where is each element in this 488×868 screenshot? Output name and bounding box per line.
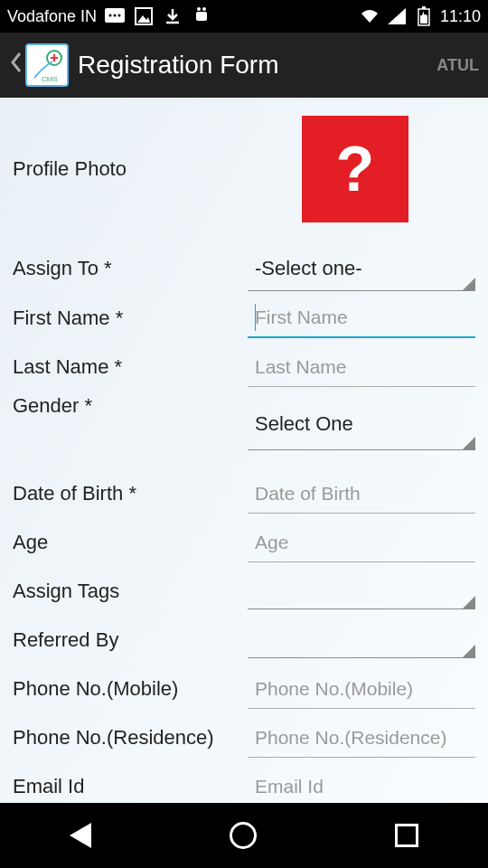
assign-to-label: Assign To * [13, 257, 248, 280]
dob-label: Date of Birth * [13, 482, 248, 505]
recent-square-icon [395, 824, 418, 847]
svg-rect-11 [422, 6, 426, 9]
android-icon [191, 5, 212, 27]
user-label[interactable]: ATUL [436, 56, 479, 75]
home-circle-icon [230, 822, 257, 849]
dropdown-triangle-icon [463, 645, 475, 657]
last-name-label: Last Name * [13, 355, 248, 379]
age-row: Age [13, 521, 475, 564]
nav-recent-button[interactable] [395, 824, 418, 847]
phone-residence-input[interactable] [248, 718, 475, 758]
svg-point-8 [202, 7, 206, 11]
phone-mobile-input[interactable] [248, 669, 475, 709]
profile-photo-placeholder[interactable]: ? [302, 116, 408, 222]
gender-value: Select One [255, 412, 353, 436]
gender-row: Gender * Select One [13, 394, 475, 450]
app-header: CMS Registration Form ATUL [0, 33, 488, 98]
assign-to-value: -Select one- [255, 257, 362, 280]
first-name-label: First Name * [13, 307, 248, 330]
email-label: Email Id [13, 775, 248, 798]
status-bar: Vodafone IN 11:10 [0, 0, 488, 33]
page-title: Registration Form [78, 51, 436, 80]
assign-tags-spinner[interactable] [248, 573, 475, 609]
nav-back-button[interactable] [70, 823, 91, 848]
clock-label: 11:10 [440, 7, 481, 26]
navigation-bar [0, 803, 488, 868]
email-row: Email Id [13, 765, 475, 808]
first-name-input[interactable] [248, 298, 475, 338]
assign-tags-row: Assign Tags [13, 570, 475, 613]
email-input[interactable] [248, 767, 475, 807]
status-left: Vodafone IN [7, 5, 359, 27]
gender-spinner[interactable]: Select One [248, 398, 475, 450]
dropdown-triangle-icon [463, 437, 475, 449]
first-name-row: First Name * [13, 297, 475, 340]
sms-icon [104, 5, 126, 27]
svg-text:CMS: CMS [42, 75, 58, 83]
question-mark-icon: ? [336, 133, 375, 205]
signal-icon [386, 5, 408, 27]
svg-rect-6 [196, 12, 207, 21]
dob-input[interactable] [248, 474, 475, 514]
wifi-icon [359, 5, 380, 27]
assign-to-spinner[interactable]: -Select one- [248, 246, 475, 291]
phone-residence-label: Phone No.(Residence) [13, 726, 248, 750]
spacer [13, 456, 475, 472]
last-name-input[interactable] [248, 347, 475, 387]
status-right: 11:10 [359, 5, 481, 27]
svg-point-3 [118, 14, 121, 17]
referred-by-spinner[interactable] [248, 622, 475, 658]
app-logo-icon: CMS [25, 43, 69, 87]
referred-by-label: Referred By [13, 628, 248, 652]
svg-marker-5 [137, 15, 150, 23]
dob-row: Date of Birth * [13, 472, 475, 515]
gender-label: Gender * [13, 394, 248, 418]
carrier-label: Vodafone IN [7, 7, 97, 26]
assign-to-row: Assign To * -Select one- [13, 246, 475, 291]
text-cursor-icon [255, 304, 256, 331]
phone-mobile-row: Phone No.(Mobile) [13, 667, 475, 711]
svg-marker-9 [388, 8, 406, 24]
dropdown-triangle-icon [463, 278, 475, 290]
age-input[interactable] [248, 523, 475, 562]
assign-tags-label: Assign Tags [13, 580, 248, 603]
referred-by-row: Referred By [13, 618, 475, 662]
download-icon [162, 5, 183, 27]
dropdown-triangle-icon [463, 596, 475, 609]
svg-point-1 [109, 14, 112, 17]
phone-residence-row: Phone No.(Residence) [13, 716, 475, 760]
image-icon [133, 5, 155, 27]
profile-photo-label: Profile Photo [13, 157, 248, 181]
back-triangle-icon [70, 823, 91, 848]
age-label: Age [13, 531, 248, 554]
registration-form: Profile Photo ? Assign To * -Select one-… [0, 98, 488, 808]
nav-home-button[interactable] [230, 822, 257, 849]
phone-mobile-label: Phone No.(Mobile) [13, 677, 248, 701]
back-button[interactable] [9, 50, 22, 81]
svg-point-2 [114, 14, 117, 17]
last-name-row: Last Name * [13, 345, 475, 389]
svg-point-7 [197, 7, 201, 11]
profile-photo-row: Profile Photo ? [13, 110, 475, 228]
battery-icon [413, 5, 435, 27]
